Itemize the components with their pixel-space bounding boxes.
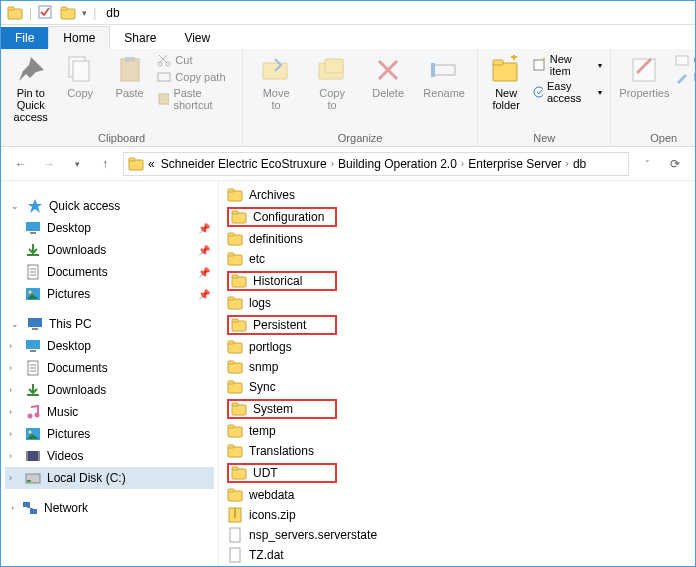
- svg-rect-26: [26, 222, 40, 231]
- sidebar-item-downloads[interactable]: ›Downloads: [5, 379, 214, 401]
- chevron-down-icon: ▾: [598, 88, 602, 97]
- back-button[interactable]: ←: [11, 154, 31, 174]
- history-dropdown[interactable]: ˅: [637, 154, 657, 174]
- easy-access-button[interactable]: Easy access ▾: [532, 80, 602, 104]
- sidebar-item-videos[interactable]: ›Videos: [5, 445, 214, 467]
- file-row[interactable]: System: [225, 397, 689, 421]
- qat-sep: |: [29, 6, 32, 20]
- delete-button[interactable]: Delete: [363, 53, 413, 99]
- file-row[interactable]: Persistent: [225, 313, 689, 337]
- network-root[interactable]: › Network: [5, 497, 214, 519]
- ribbon: Pin to Quick access Copy Paste Cut Copy …: [1, 49, 695, 147]
- file-row[interactable]: definitions: [225, 229, 689, 249]
- file-list[interactable]: ArchivesConfigurationdefinitionsetcHisto…: [219, 181, 695, 566]
- refresh-button[interactable]: ⟳: [665, 154, 685, 174]
- breadcrumb[interactable]: « Schneider Electric EcoStruxure› Buildi…: [123, 152, 629, 176]
- tab-view[interactable]: View: [170, 27, 224, 49]
- file-row[interactable]: icons.zip: [225, 505, 689, 525]
- edit-button[interactable]: Ed: [675, 70, 696, 84]
- svg-rect-72: [228, 425, 234, 428]
- file-row[interactable]: etc: [225, 249, 689, 269]
- file-row[interactable]: Archives: [225, 185, 689, 205]
- caret-icon[interactable]: ›: [9, 385, 12, 395]
- caret-icon[interactable]: ›: [9, 473, 12, 483]
- file-row[interactable]: temp: [225, 421, 689, 441]
- checkbox-icon[interactable]: [38, 5, 54, 21]
- file-row[interactable]: Configuration: [225, 205, 689, 229]
- breadcrumb-item[interactable]: Building Operation 2.0: [336, 157, 459, 171]
- group-clipboard: Pin to Quick access Copy Paste Cut Copy …: [1, 49, 243, 146]
- file-row[interactable]: snmp: [225, 357, 689, 377]
- tab-home[interactable]: Home: [48, 26, 110, 49]
- up-button[interactable]: ↑: [95, 154, 115, 174]
- pin-to-quick-access-button[interactable]: Pin to Quick access: [9, 53, 52, 123]
- highlight-box: Persistent: [227, 315, 337, 335]
- picture-icon: [25, 286, 41, 302]
- caret-icon[interactable]: ›: [9, 429, 12, 439]
- tab-share[interactable]: Share: [110, 27, 170, 49]
- svg-rect-60: [228, 297, 234, 300]
- file-row[interactable]: Translations: [225, 441, 689, 461]
- paste-button[interactable]: Paste: [108, 53, 151, 99]
- caret-icon[interactable]: ⌄: [11, 319, 19, 329]
- breadcrumb-item[interactable]: db: [571, 157, 588, 171]
- caret-icon[interactable]: ›: [9, 451, 12, 461]
- group-organize: Move to Copy to Delete Rename Organize: [243, 49, 478, 146]
- tab-file[interactable]: File: [1, 27, 48, 49]
- sidebar-item-music[interactable]: ›Music: [5, 401, 214, 423]
- properties-button[interactable]: Properties: [619, 53, 669, 99]
- file-name: UDT: [253, 466, 278, 480]
- svg-rect-23: [676, 56, 688, 65]
- file-row[interactable]: UDT: [225, 461, 689, 485]
- breadcrumb-item[interactable]: Enterprise Server: [466, 157, 563, 171]
- sidebar-item-desktop[interactable]: Desktop📌: [5, 217, 214, 239]
- sidebar-item-documents[interactable]: Documents📌: [5, 261, 214, 283]
- svg-rect-22: [633, 59, 655, 81]
- sidebar-item-local-disk-c-[interactable]: ›Local Disk (C:): [5, 467, 214, 489]
- pin-icon: [16, 55, 46, 85]
- paste-shortcut-button[interactable]: Paste shortcut: [157, 87, 234, 111]
- file-name: etc: [249, 252, 265, 266]
- pin-icon: 📌: [198, 267, 210, 278]
- rename-button[interactable]: Rename: [419, 53, 469, 99]
- file-row[interactable]: portlogs: [225, 337, 689, 357]
- new-item-button[interactable]: New item ▾: [532, 53, 602, 77]
- copy-button[interactable]: Copy: [58, 53, 101, 99]
- moveto-icon: [261, 55, 291, 85]
- scissors-icon: [157, 53, 171, 67]
- breadcrumb-overflow[interactable]: «: [146, 157, 157, 171]
- qat-dropdown-icon[interactable]: ▾: [82, 8, 87, 18]
- file-row[interactable]: logs: [225, 293, 689, 313]
- file-row[interactable]: Sync: [225, 377, 689, 397]
- breadcrumb-item[interactable]: Schneider Electric EcoStruxure: [159, 157, 329, 171]
- svg-rect-68: [228, 381, 234, 384]
- copy-path-button[interactable]: Copy path: [157, 70, 234, 84]
- file-row[interactable]: TZ.dat: [225, 545, 689, 565]
- copy-to-button[interactable]: Copy to: [307, 53, 357, 111]
- sidebar-item-pictures[interactable]: ›Pictures: [5, 423, 214, 445]
- caret-icon[interactable]: ›: [9, 407, 12, 417]
- sidebar-item-documents[interactable]: ›Documents: [5, 357, 214, 379]
- move-to-button[interactable]: Move to: [251, 53, 301, 111]
- cut-button[interactable]: Cut: [157, 53, 234, 67]
- caret-icon[interactable]: ›: [9, 341, 12, 351]
- pin-icon: 📌: [198, 245, 210, 256]
- copy-icon: [65, 55, 95, 85]
- nav-pane[interactable]: ⌄ Quick access Desktop📌Downloads📌Documen…: [1, 181, 219, 566]
- caret-icon[interactable]: ›: [9, 363, 12, 373]
- this-pc-root[interactable]: ⌄ This PC: [5, 313, 214, 335]
- file-row[interactable]: Historical: [225, 269, 689, 293]
- caret-icon[interactable]: ⌄: [11, 201, 19, 211]
- sidebar-item-pictures[interactable]: Pictures📌: [5, 283, 214, 305]
- forward-button[interactable]: →: [39, 154, 59, 174]
- sidebar-item-desktop[interactable]: ›Desktop: [5, 335, 214, 357]
- folder-icon[interactable]: [60, 5, 76, 21]
- new-folder-button[interactable]: New folder: [486, 53, 526, 111]
- sidebar-item-downloads[interactable]: Downloads📌: [5, 239, 214, 261]
- open-button[interactable]: Op: [675, 53, 696, 67]
- file-row[interactable]: webdata: [225, 485, 689, 505]
- file-row[interactable]: nsp_servers.serverstate: [225, 525, 689, 545]
- quick-access-root[interactable]: ⌄ Quick access: [5, 195, 214, 217]
- recent-dropdown[interactable]: ▾: [67, 154, 87, 174]
- caret-icon[interactable]: ›: [11, 503, 14, 513]
